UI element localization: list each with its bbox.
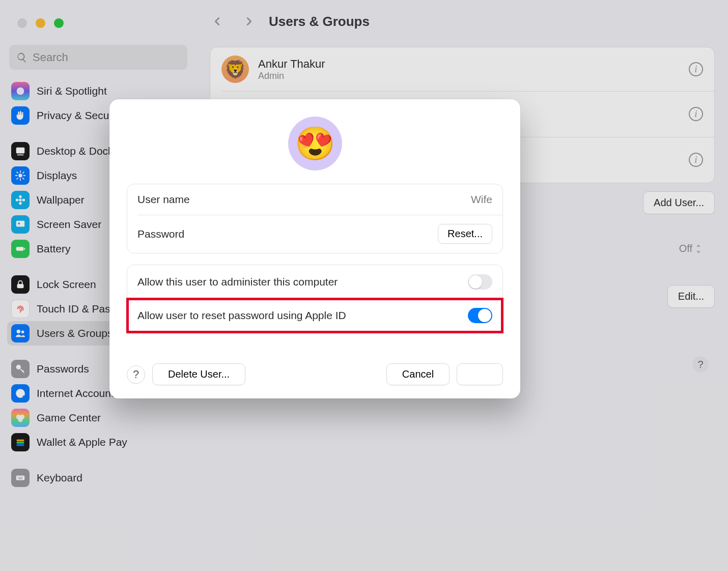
svg-point-14 [19,202,22,205]
help-button[interactable]: ? [127,365,145,384]
key-icon [11,360,30,378]
search-input[interactable]: Search [9,45,187,70]
sidebar-item-label: Battery [37,243,71,255]
sidebar-item-keyboard[interactable]: Keyboard [7,466,189,490]
wallet-icon [11,433,30,451]
svg-rect-36 [22,477,23,477]
user-role: Admin [258,71,325,81]
flower-icon [11,191,30,209]
svg-point-3 [18,174,22,177]
help-button[interactable]: ? [692,356,709,373]
allow-admin-toggle[interactable] [468,274,492,290]
svg-rect-1 [16,148,25,154]
info-icon: i [689,62,703,76]
reset-password-button[interactable]: Reset... [438,224,492,244]
header: Users & Groups [197,0,728,43]
modal-credentials-group: User name Wife Password Reset... [127,184,503,253]
user-name: Ankur Thakur [258,58,325,71]
svg-line-11 [23,172,24,173]
svg-point-28 [18,417,22,422]
svg-line-10 [17,178,18,179]
cancel-button[interactable]: Cancel [386,363,450,385]
info-icon: i [689,153,703,167]
svg-line-8 [17,172,18,173]
at-icon [11,384,30,403]
svg-rect-29 [17,440,24,442]
users-icon [11,324,30,342]
user-info-button[interactable]: i [689,62,703,76]
allow-appleid-reset-toggle[interactable] [468,308,492,323]
svg-point-13 [19,195,22,198]
svg-point-0 [17,88,24,95]
sun-icon [11,166,30,185]
svg-rect-19 [16,247,24,250]
fingerprint-icon [11,300,30,318]
svg-rect-33 [18,477,19,477]
svg-rect-2 [17,154,24,155]
svg-point-16 [22,198,25,202]
allow-admin-label: Allow this user to administer this compu… [137,276,338,288]
updown-icon [695,244,702,253]
svg-rect-34 [19,477,20,477]
svg-rect-37 [18,478,22,479]
delete-user-button[interactable]: Delete User... [152,363,245,385]
edit-button[interactable]: Edit... [667,285,715,308]
sidebar-item-label: Internet Accounts [37,387,119,399]
sidebar-item-label: Screen Saver [37,218,101,231]
sidebar-item-label: Game Center [37,412,101,424]
info-icon: i [689,107,703,121]
sidebar-item-label: Users & Groups [37,327,113,339]
lock-icon [11,275,30,294]
svg-point-18 [18,222,20,224]
svg-rect-20 [24,248,25,250]
svg-point-24 [16,365,21,369]
allow-appleid-reset-label: Allow user to reset password using Apple… [137,309,346,322]
add-user-button[interactable]: Add User... [643,191,715,214]
sidebar-item-label: Passwords [37,363,89,375]
page-title: Users & Groups [269,14,370,30]
username-value: Wife [471,193,492,206]
username-row: User name Wife [127,184,502,215]
search-icon [16,52,27,63]
gamecenter-icon [11,409,30,427]
modal-permissions-group: Allow this user to administer this compu… [127,265,503,333]
sidebar-item-label: Siri & Spotlight [37,85,107,97]
search-placeholder: Search [33,51,68,64]
modal-avatar[interactable]: 😍 [288,117,342,170]
modal-footer: ? Delete User... Cancel OK [127,363,503,385]
sidebar-item-label: Wallpaper [37,194,85,206]
dock-icon [11,142,30,160]
sidebar-item-wallet-apple-pay[interactable]: Wallet & Apple Pay [7,430,189,454]
password-row: Password Reset... [127,215,502,253]
ok-button[interactable]: OK [457,363,503,385]
svg-rect-21 [17,284,24,288]
svg-point-12 [19,198,22,202]
sidebar-item-label: Displays [37,169,77,182]
svg-point-15 [16,198,18,202]
svg-rect-32 [16,475,25,480]
svg-rect-17 [16,221,25,227]
allow-admin-row: Allow this user to administer this compu… [127,265,502,299]
user-row-primary: 🦁 Ankur Thakur Admin i [210,47,714,91]
siri-icon [11,82,30,100]
user-info-button[interactable]: i [689,153,703,167]
svg-point-23 [21,331,24,334]
keyboard-icon [11,469,30,487]
battery-icon [11,240,30,258]
svg-point-22 [17,330,20,333]
allow-appleid-reset-row: Allow user to reset password using Apple… [127,299,502,332]
avatar: 🦁 [221,55,249,83]
hand-icon [11,106,30,125]
user-info-button[interactable]: i [689,107,703,121]
svg-rect-31 [17,444,24,446]
sidebar-item-label: Desktop & Dock [37,145,114,157]
svg-line-9 [23,178,24,179]
forward-button[interactable] [243,16,255,27]
username-label: User name [137,193,190,206]
screensaver-icon [11,215,30,234]
sidebar-item-label: Wallet & Apple Pay [37,436,127,448]
sidebar-item-label: Lock Screen [37,278,96,291]
back-button[interactable] [212,16,223,27]
sidebar-item-label: Keyboard [37,472,82,484]
sidebar-item-game-center[interactable]: Game Center [7,406,189,430]
